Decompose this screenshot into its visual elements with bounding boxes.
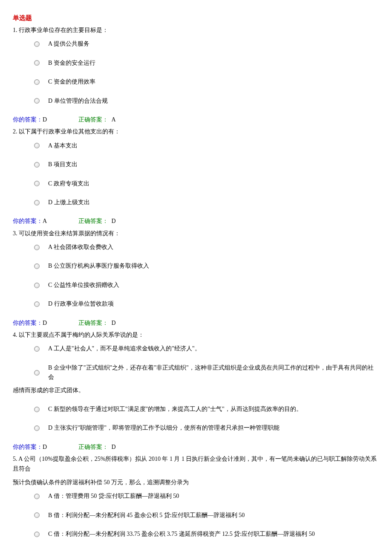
radio-icon[interactable]	[34, 181, 40, 186]
question-5-options: A 借：管理费用 50 贷:应付职工薪酬—辞退福利 50 B 借：利润分配—未分…	[34, 491, 379, 539]
your-answer-value: A	[43, 217, 77, 226]
question-5: 5. A 公司（10%提取盈余公积，25%所得税率）拟从 2010 年 1 月 …	[13, 454, 379, 539]
correct-answer-label: 正确答案：	[78, 320, 108, 326]
option-2c[interactable]: C 政府专项支出	[34, 179, 379, 188]
option-1c[interactable]: C 资金的使用效率	[34, 77, 379, 87]
question-2: 2. 以下属于行政事业单位其他支出的有： A 基本支出 B 项目支出 C 政府专…	[13, 127, 379, 226]
question-2-options: A 基本支出 B 项目支出 C 政府专项支出 D 上缴上级支出	[34, 141, 379, 208]
your-answer-label: 你的答案：	[13, 320, 43, 326]
section-title: 单选题	[13, 13, 379, 23]
option-4b-continuation: 感情而形成的非正式团体。	[13, 386, 379, 395]
question-2-text: 2. 以下属于行政事业单位其他支出的有：	[13, 127, 379, 136]
radio-icon[interactable]	[34, 98, 40, 104]
correct-answer-value: D	[112, 320, 116, 326]
option-4a[interactable]: A 工人是"社会人"，而不是单纯追求金钱收入的"经济人"。	[34, 344, 379, 353]
option-5c[interactable]: C 借：利润分配—未分配利润 33.75 盈余公积 3.75 递延所得税资产 1…	[34, 529, 379, 539]
radio-icon[interactable]	[34, 407, 40, 412]
radio-icon[interactable]	[34, 263, 40, 269]
option-4c[interactable]: C 新型的领导在于通过对职工"满足度"的增加，来提高工人的"士气"，从而达到提高…	[34, 405, 379, 414]
question-4-options: A 工人是"社会人"，而不是单纯追求金钱收入的"经济人"。 B 企业中除了"正式…	[34, 344, 379, 382]
correct-answer-value: D	[112, 218, 116, 224]
your-answer-label: 你的答案：	[13, 116, 43, 123]
radio-icon[interactable]	[34, 60, 40, 66]
correct-answer-value: D	[112, 444, 116, 450]
option-4b[interactable]: B 企业中除了"正式组织"之外，还存在着"非正式组织"，这种非正式组织是企业成员…	[34, 363, 379, 382]
question-5-text: 5. A 公司（10%提取盈余公积，25%所得税率）拟从 2010 年 1 月 …	[13, 454, 379, 474]
option-2a[interactable]: A 基本支出	[34, 141, 379, 150]
answer-line-2: 你的答案：A 正确答案：D	[13, 217, 379, 226]
your-answer-label: 你的答案：	[13, 218, 43, 224]
answer-line-1: 你的答案：D 正确答案：A	[13, 115, 379, 124]
option-3c[interactable]: C 公益性单位接收捐赠收入	[34, 280, 379, 290]
radio-icon[interactable]	[34, 532, 40, 537]
radio-icon[interactable]	[34, 41, 40, 47]
radio-icon[interactable]	[34, 143, 40, 148]
answer-line-3: 你的答案：D 正确答案：D	[13, 318, 379, 328]
correct-answer-label: 正确答案：	[78, 444, 108, 450]
radio-icon[interactable]	[34, 245, 40, 250]
question-1-options: A 提供公共服务 B 资金的安全运行 C 资金的使用效率 D 单位管理的合法合规	[34, 39, 379, 106]
your-answer-value: D	[43, 318, 77, 328]
question-4-text: 4. 以下主要观点不属于梅约的人际关系学说的是：	[13, 330, 379, 340]
option-1a[interactable]: A 提供公共服务	[34, 39, 379, 49]
radio-icon[interactable]	[34, 512, 40, 518]
radio-icon[interactable]	[34, 162, 40, 168]
radio-icon[interactable]	[34, 301, 40, 307]
correct-answer-label: 正确答案：	[78, 116, 108, 123]
correct-answer-label: 正确答案：	[78, 218, 108, 224]
radio-icon[interactable]	[34, 346, 40, 352]
your-answer-value: D	[43, 442, 77, 452]
question-5-text-cont: 预计负债确认条件的辞退福利补偿 50 万元，那么，追溯调整分录为	[13, 478, 379, 487]
option-2b[interactable]: B 项目支出	[34, 160, 379, 169]
option-1d[interactable]: D 单位管理的合法合规	[34, 96, 379, 106]
your-answer-value: D	[43, 115, 77, 124]
option-3d[interactable]: D 行政事业单位暂收款项	[34, 299, 379, 309]
question-3-options: A 社会团体收取会费收入 B 公立医疗机构从事医疗服务取得收入 C 公益性单位接…	[34, 243, 379, 309]
option-5a[interactable]: A 借：管理费用 50 贷:应付职工薪酬—辞退福利 50	[34, 491, 379, 501]
radio-icon[interactable]	[34, 200, 40, 205]
radio-icon[interactable]	[34, 79, 40, 85]
option-1b[interactable]: B 资金的安全运行	[34, 58, 379, 68]
option-3b[interactable]: B 公立医疗机构从事医疗服务取得收入	[34, 261, 379, 271]
answer-line-4: 你的答案：D 正确答案：D	[13, 442, 379, 452]
question-1-text: 1. 行政事业单位存在的主要目标是：	[13, 26, 379, 35]
question-3: 3. 可以使用资金往来结算票据的情况有： A 社会团体收取会费收入 B 公立医疗…	[13, 229, 379, 328]
radio-icon[interactable]	[34, 425, 40, 431]
radio-icon[interactable]	[34, 370, 40, 376]
question-4: 4. 以下主要观点不属于梅约的人际关系学说的是： A 工人是"社会人"，而不是单…	[13, 330, 379, 452]
correct-answer-value: A	[112, 116, 116, 123]
question-1: 1. 行政事业单位存在的主要目标是： A 提供公共服务 B 资金的安全运行 C …	[13, 26, 379, 124]
option-4d[interactable]: D 主张实行"职能管理"，即将管理的工作予以细分，使所有的管理者只承担一种管理职…	[34, 423, 379, 433]
your-answer-label: 你的答案：	[13, 444, 43, 450]
radio-icon[interactable]	[34, 283, 40, 288]
option-5b[interactable]: B 借：利润分配—未分配利润 45 盈余公积 5 贷:应付职工薪酬—辞退福利 5…	[34, 511, 379, 520]
radio-icon[interactable]	[34, 494, 40, 499]
option-3a[interactable]: A 社会团体收取会费收入	[34, 243, 379, 252]
question-4-options-cont: C 新型的领导在于通过对职工"满足度"的增加，来提高工人的"士气"，从而达到提高…	[34, 405, 379, 433]
question-3-text: 3. 可以使用资金往来结算票据的情况有：	[13, 229, 379, 238]
option-2d[interactable]: D 上缴上级支出	[34, 198, 379, 207]
